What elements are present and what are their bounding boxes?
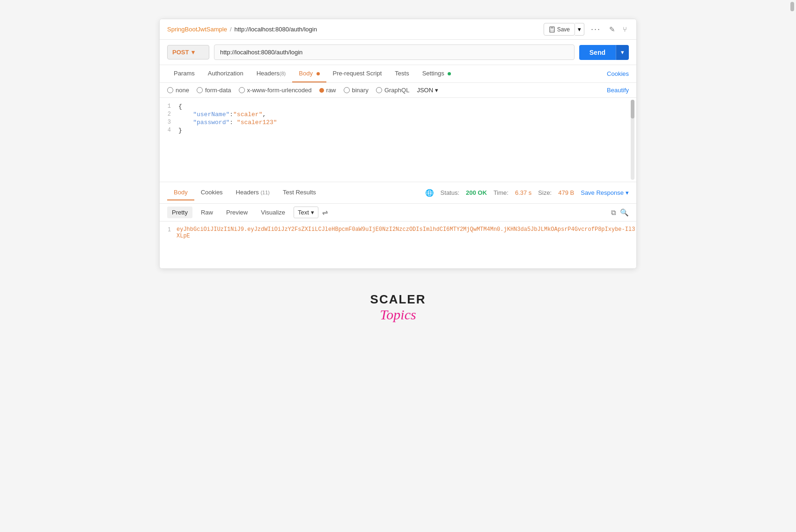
format-tab-pretty[interactable]: Pretty xyxy=(167,207,192,218)
body-type-binary[interactable]: binary xyxy=(344,87,369,94)
search-icon[interactable]: 🔍 xyxy=(620,208,629,217)
breadcrumb: SpringBootJwtSample / http://localhost:8… xyxy=(167,26,317,33)
body-type-urlencoded[interactable]: x-www-form-urlencoded xyxy=(239,87,312,94)
response-time: 6.37 s xyxy=(515,189,531,196)
body-type-none[interactable]: none xyxy=(167,87,189,94)
header-actions: Save ▾ ··· ✎ ⑂ xyxy=(544,23,629,36)
svg-rect-1 xyxy=(551,27,553,29)
svg-rect-2 xyxy=(550,30,554,32)
json-format-selector[interactable]: JSON ▾ xyxy=(417,87,438,94)
body-type-graphql[interactable]: GraphQL xyxy=(376,87,409,94)
save-icon xyxy=(549,26,555,33)
collection-name[interactable]: SpringBootJwtSample xyxy=(167,26,227,33)
beautify-button[interactable]: Beautify xyxy=(607,87,629,94)
send-dropdown-button[interactable]: ▾ xyxy=(616,45,629,60)
tab-headers[interactable]: Headers(8) xyxy=(250,65,293,82)
request-tabs-bar: Params Authorization Headers(8) Body Pre… xyxy=(160,65,636,83)
fork-button[interactable]: ⑂ xyxy=(621,23,629,35)
tab-params[interactable]: Params xyxy=(167,65,201,82)
format-tab-preview[interactable]: Preview xyxy=(221,207,252,218)
code-line-3: 3 "password": "scaler123" xyxy=(160,118,636,126)
response-body: 1 eyJhbGciOiJIUzI1NiJ9.eyJzdWIiOiJzY2FsZ… xyxy=(160,222,636,268)
url-input[interactable] xyxy=(214,44,575,60)
status-badge: 200 OK xyxy=(466,189,487,196)
response-size: 479 B xyxy=(558,189,574,196)
code-line-1: 1 { xyxy=(160,103,636,111)
tab-body[interactable]: Body xyxy=(292,65,326,82)
more-options-button[interactable]: ··· xyxy=(588,23,604,35)
cookies-link[interactable]: Cookies xyxy=(607,66,629,82)
json-chevron: ▾ xyxy=(435,87,438,94)
code-line-4: 4 } xyxy=(160,126,636,134)
code-editor[interactable]: 1 { 2 "userName":"scaler", 3 "password":… xyxy=(160,98,636,182)
resp-tab-headers[interactable]: Headers (11) xyxy=(229,185,276,200)
resp-tab-test-results[interactable]: Test Results xyxy=(276,185,323,200)
body-type-form-data[interactable]: form-data xyxy=(197,87,231,94)
postman-window: SpringBootJwtSample / http://localhost:8… xyxy=(159,19,637,269)
breadcrumb-separator: / xyxy=(230,26,232,33)
body-type-bar: none form-data x-www-form-urlencoded raw… xyxy=(160,83,636,98)
tab-pre-request[interactable]: Pre-request Script xyxy=(326,65,389,82)
tab-tests[interactable]: Tests xyxy=(388,65,415,82)
text-format-dropdown[interactable]: Text ▾ xyxy=(294,207,318,218)
scaler-bottom-text: Topics xyxy=(380,308,416,322)
request-name: http://localhost:8080/auth/login xyxy=(235,26,317,33)
tab-settings[interactable]: Settings xyxy=(416,65,458,82)
text-chevron: ▾ xyxy=(311,209,314,216)
url-bar: POST ▾ Send ▾ xyxy=(160,40,636,65)
editor-scrollbar-thumb xyxy=(631,100,634,118)
save-response-button[interactable]: Save Response ▾ xyxy=(581,189,629,196)
method-select[interactable]: POST ▾ xyxy=(167,45,209,59)
save-response-chevron: ▾ xyxy=(626,189,629,196)
response-header: Body Cookies Headers (11) Test Results 🌐… xyxy=(160,182,636,204)
response-tabs: Body Cookies Headers (11) Test Results xyxy=(167,185,323,200)
method-chevron: ▾ xyxy=(192,49,195,56)
send-button[interactable]: Send xyxy=(579,45,616,60)
body-type-raw[interactable]: raw xyxy=(319,87,336,94)
response-line-1: 1 eyJhbGciOiJIUzI1NiJ9.eyJzdWIiOiJzY2FsZ… xyxy=(160,225,636,240)
copy-icon[interactable]: ⧉ xyxy=(611,208,616,217)
response-token: eyJhbGciOiJIUzI1NiJ9.eyJzdWIiOiJzY2FsZXI… xyxy=(177,226,636,239)
scaler-logo: SCALER Topics xyxy=(370,292,426,322)
format-tab-raw[interactable]: Raw xyxy=(196,207,218,218)
filter-icon[interactable]: ⇌ xyxy=(322,208,328,217)
resp-tab-body[interactable]: Body xyxy=(167,185,194,200)
editor-scrollbar[interactable] xyxy=(631,100,634,180)
send-button-group: Send ▾ xyxy=(579,45,629,60)
header-bar: SpringBootJwtSample / http://localhost:8… xyxy=(160,19,636,40)
resp-tab-cookies[interactable]: Cookies xyxy=(194,185,229,200)
tab-authorization[interactable]: Authorization xyxy=(201,65,250,82)
response-meta: 🌐 Status: 200 OK Time: 6.37 s Size: 479 … xyxy=(425,189,629,197)
edit-button[interactable]: ✎ xyxy=(607,23,617,36)
globe-icon: 🌐 xyxy=(425,189,434,197)
raw-dot xyxy=(319,88,324,93)
save-button[interactable]: Save xyxy=(544,23,575,36)
settings-dot xyxy=(448,72,451,75)
format-tab-visualize[interactable]: Visualize xyxy=(256,207,290,218)
body-dot xyxy=(317,72,320,75)
code-line-2: 2 "userName":"scaler", xyxy=(160,111,636,118)
scaler-top-text: SCALER xyxy=(370,292,426,307)
save-dropdown-button[interactable]: ▾ xyxy=(575,23,584,36)
response-format-bar: Pretty Raw Preview Visualize Text ▾ ⇌ ⧉ … xyxy=(160,204,636,222)
method-label: POST xyxy=(172,49,189,56)
